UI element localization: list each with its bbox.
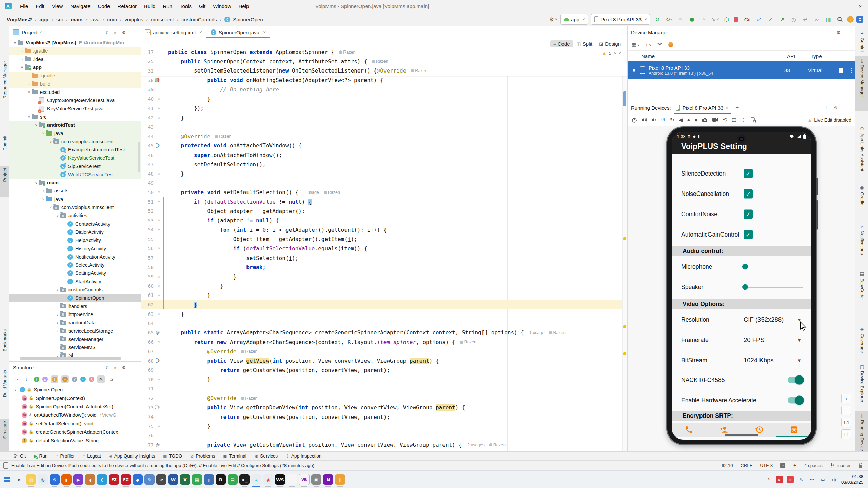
breadcrumb-item[interactable]: main <box>70 17 83 22</box>
tree-item-contactsactivity[interactable]: cContactsActivity <box>9 220 141 228</box>
screenshot-icon[interactable] <box>702 118 708 122</box>
code-line-44[interactable]: 44 @OverrideRazen <box>141 132 627 141</box>
prev-problem-icon[interactable]: ˄ <box>614 50 616 56</box>
line-ending[interactable]: CRLF <box>741 463 752 468</box>
stripe-item-build-variants[interactable]: Build Variants <box>0 368 9 415</box>
code-line-75[interactable]: 75˄ } <box>141 422 627 431</box>
toolwindow-run[interactable]: ▶Run <box>31 452 51 460</box>
taskbar-icon-sheets[interactable]: ▦ <box>192 474 202 485</box>
fold-icon[interactable]: ˅ <box>156 340 162 344</box>
line-number[interactable]: 43 <box>141 124 154 130</box>
tree-item-excluded[interactable]: ˅excluded <box>9 88 141 96</box>
taskbar-icon-notepad[interactable]: ✎ <box>144 474 155 485</box>
tree-item-historyactivity[interactable]: cHistoryActivity <box>9 244 141 252</box>
caret-position[interactable]: 62:10 <box>722 463 733 468</box>
line-number[interactable]: 68 <box>141 358 154 364</box>
tree-item-startactivity[interactable]: cStartActivity <box>9 278 141 286</box>
line-number[interactable]: 72 <box>141 395 154 401</box>
run-button[interactable]: ↻ <box>653 15 662 24</box>
code-line-58[interactable]: 58 break; <box>141 263 627 272</box>
gesture-pill[interactable] <box>725 434 758 436</box>
line-number[interactable]: 47 <box>141 162 154 167</box>
fold-icon[interactable]: ˅ <box>156 218 162 223</box>
emulator-screen[interactable]: VoipPLUS Setting 1:38 ⚙ ◆ ▮ SilenceDetec… <box>672 132 811 440</box>
git-update-button[interactable]: ↙ <box>755 15 764 24</box>
pair-wifi-icon[interactable]: + <box>657 42 663 47</box>
breadcrumb-item[interactable]: com <box>106 17 117 22</box>
code-line-69[interactable]: 69 return getCustomView(position, conver… <box>141 365 627 375</box>
menu-build[interactable]: Build <box>140 0 159 12</box>
breadcrumb-item[interactable]: src <box>56 17 64 22</box>
autoscroll-from-source-icon[interactable]: ⇲ <box>108 375 115 383</box>
author-inlay[interactable]: Razen <box>460 340 476 344</box>
taskbar-icon-vscode[interactable]: ❮ <box>97 474 107 485</box>
stripe-item-bookmarks[interactable]: Bookmarks <box>0 327 9 365</box>
zoom-reset-button[interactable]: 1:1 <box>841 418 851 427</box>
taskbar-icon-chrome[interactable]: ◉ <box>263 474 273 485</box>
line-number[interactable]: 76 <box>141 433 154 438</box>
annotation-gutter-icon[interactable]: @ <box>154 442 160 448</box>
line-number[interactable]: 53 <box>141 218 154 223</box>
tree-chevron-icon[interactable]: ˅ <box>12 41 18 45</box>
stripe-item-project[interactable]: Project <box>0 166 9 197</box>
chevron-down-icon[interactable]: ▼ <box>797 358 802 363</box>
menu-git[interactable]: Git <box>195 0 209 12</box>
stripe-item-resource-manager[interactable]: Resource Manager <box>0 59 9 127</box>
git-commit-button[interactable]: ✓ <box>766 15 775 24</box>
tree-chevron-icon[interactable]: ˅ <box>26 115 32 119</box>
editor-scrollbar[interactable] <box>622 47 627 451</box>
tree-item-selectactivity[interactable]: cSelectActivity <box>9 261 141 269</box>
code-line-41[interactable]: 41˄ }); <box>141 104 627 113</box>
taskbar-icon-onenote[interactable]: N <box>323 474 333 485</box>
code-line-32[interactable]: 32 setOnItemSelectedListener(new OnItemS… <box>141 66 627 76</box>
show-properties-icon[interactable]: p <box>42 377 48 382</box>
taskbar-icon-defender[interactable]: ◆ <box>133 474 143 485</box>
line-number[interactable]: 54 <box>141 227 154 232</box>
line-number[interactable]: 57 <box>141 255 154 261</box>
record-icon[interactable] <box>712 118 718 122</box>
rotate-left-icon[interactable]: ↺ <box>661 117 665 123</box>
tree-item-settingactivity[interactable]: cSettingActivity <box>9 269 141 277</box>
close-button[interactable]: × <box>852 0 868 12</box>
group-devices-icon[interactable]: ▦˅ <box>632 41 640 47</box>
stripe-item-easycode[interactable]: ▤EasyCode <box>855 269 868 306</box>
tree-item-app[interactable]: ˅app <box>9 63 141 72</box>
profile-button[interactable]: ◔ <box>699 15 708 24</box>
git-push-button[interactable]: ↗ <box>778 15 787 24</box>
line-number[interactable]: 49 <box>141 180 154 186</box>
tree-chevron-icon[interactable]: ˅ <box>34 123 39 127</box>
tree-item--gradle[interactable]: .gradle <box>9 72 141 80</box>
volume-down-icon[interactable] <box>652 117 656 122</box>
tree-item-com-voipplus-mmsclient[interactable]: ˅com.voipplus.mmsclient <box>9 203 141 211</box>
fold-icon[interactable]: ˄ <box>156 312 162 316</box>
code-line-71[interactable]: 71 <box>141 384 627 394</box>
line-number[interactable]: 17 <box>141 49 154 55</box>
menu-help[interactable]: Help <box>235 0 253 12</box>
slider-thumb[interactable] <box>742 284 748 290</box>
tree-chevron-icon[interactable]: ˅ <box>48 140 53 144</box>
taskbar-icon-start[interactable] <box>2 474 12 485</box>
taskbar-icon-designer[interactable]: ✑ <box>156 474 166 485</box>
snapshots-icon[interactable]: ⟲ <box>723 117 727 123</box>
tray-antivirus-icon[interactable]: e <box>787 476 794 483</box>
fold-icon[interactable]: ˅ <box>156 228 162 232</box>
line-number[interactable]: 69 <box>141 367 154 373</box>
taskbar-icon-jprofiler[interactable]: J <box>335 474 345 485</box>
hide-panel-icon[interactable]: — <box>843 105 852 110</box>
stripe-item-structure[interactable]: Structure <box>0 419 9 451</box>
code-line-70[interactable]: 70˄ } <box>141 375 627 384</box>
show-lambdas-icon[interactable]: λ <box>89 377 94 382</box>
overview-icon[interactable]: ■ <box>694 117 697 123</box>
stripe-item-gradle[interactable]: ◉Gradle <box>855 183 868 217</box>
tree-chevron-icon[interactable]: › <box>19 49 25 53</box>
menu-navigate[interactable]: Navigate <box>66 0 94 12</box>
line-number[interactable]: 70 <box>141 377 154 382</box>
taskbar-icon-search[interactable]: ⌕ <box>14 474 24 485</box>
fit-screen-button[interactable]: ▢ <box>841 429 851 439</box>
collapse-all-icon[interactable]: ⌅ <box>111 30 119 35</box>
sort-alphabetically-icon[interactable]: ↓z <box>23 375 31 383</box>
structure-item-member[interactable]: m⚷onAttachedToWindow(): void↑ViewG <box>9 411 141 419</box>
nav-history-icon[interactable] <box>755 425 764 434</box>
code-line-61[interactable]: 61˄ } <box>141 291 627 300</box>
code-line-45[interactable]: 45˅↑ protected void onAttachedToWindow()… <box>141 141 627 150</box>
